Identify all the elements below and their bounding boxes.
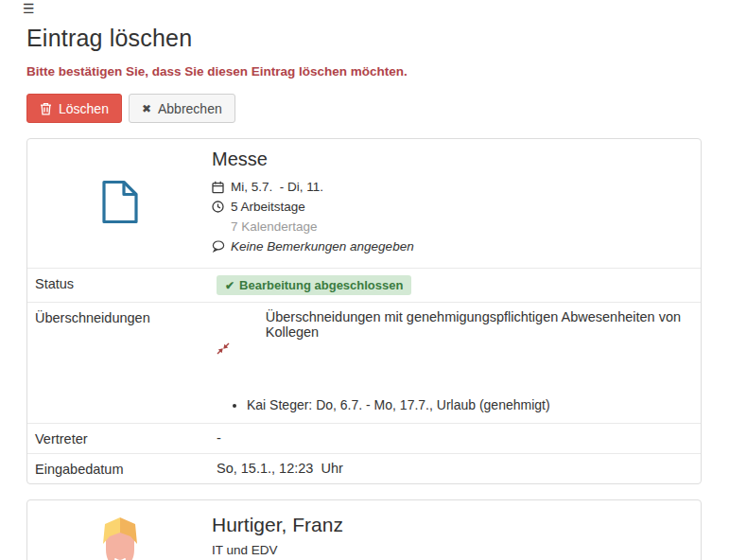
substitute-value: - [217,430,693,446]
entry-icon-column [27,147,212,256]
entry-date-line: Mi, 5.7. - Di, 11. [212,177,693,197]
delete-warning-text: Bitte bestätigen Sie, dass Sie diesen Ei… [26,64,702,79]
comment-icon [212,240,231,253]
delete-button[interactable]: Löschen [26,94,122,123]
overlaps-row: Überschneidungen Überschneidungen mit ge… [27,302,701,423]
entry-workdays: 5 Arbeitstage [231,197,305,217]
substitute-row: Vertreter - [27,423,701,453]
entry-date-label: Eingabedatum [35,461,217,477]
substitute-label: Vertreter [35,430,217,446]
person-details: Hurtiger, Franz IT und EDV franz.hurtige… [212,512,693,560]
overlaps-text: Überschneidungen mit genehmigungspflicht… [266,309,693,340]
entry-calendar-days-line: 7 Kalendertage [212,217,693,236]
overlaps-label: Überschneidungen [35,309,217,416]
entry-title: Messe [212,149,693,170]
entry-card: Messe Mi, 5.7. - Di, 11. [26,138,702,484]
status-value: ✔ Bearbeitung abgeschlossen [217,275,693,295]
entry-workdays-line: 5 Arbeitstage [212,197,693,217]
person-name: Hurtiger, Franz [212,514,693,536]
overlaps-list: Kai Steger: Do, 6.7. - Mo, 17.7., Urlaub… [217,397,693,412]
menu-icon[interactable]: ☰ [23,1,35,16]
entry-summary: Messe Mi, 5.7. - Di, 11. [212,147,693,256]
document-icon [101,180,139,224]
status-badge-label: Bearbeitung abgeschlossen [239,278,403,292]
entry-header: Messe Mi, 5.7. - Di, 11. [27,139,701,268]
collision-arrows-icon [217,312,258,385]
entry-date-range: Mi, 5.7. - Di, 11. [231,177,323,197]
avatar [85,515,155,560]
cancel-button[interactable]: ✖ Abbrechen [129,94,235,123]
status-label: Status [35,275,217,295]
status-badge: ✔ Bearbeitung abgeschlossen [217,275,411,295]
entry-calendar-days: 7 Kalendertage [231,217,318,236]
entry-remark-line: Keine Bemerkungen angegeben [212,236,693,256]
main-content: Eintrag löschen Bitte bestätigen Sie, da… [26,25,702,560]
status-row: Status ✔ Bearbeitung abgeschlossen [27,268,701,302]
entry-date-value: So, 15.1., 12:23 Uhr [217,461,693,477]
person-department: IT und EDV [212,540,693,560]
page-title: Eintrag löschen [26,25,702,52]
entry-remark: Keine Bemerkungen angegeben [231,236,414,256]
delete-button-label: Löschen [59,101,109,116]
person-card: Hurtiger, Franz IT und EDV franz.hurtige… [26,499,702,560]
cancel-button-label: Abbrechen [158,101,222,116]
calendar-icon [212,181,231,194]
entry-date-row: Eingabedatum So, 15.1., 12:23 Uhr [27,453,701,483]
person-avatar-column [27,512,212,560]
overlap-list-item: Kai Steger: Do, 6.7. - Mo, 17.7., Urlaub… [247,397,693,412]
clock-icon [212,201,231,213]
overlaps-headline: Überschneidungen mit genehmigungspflicht… [217,309,693,385]
trash-icon [40,102,52,115]
overlaps-value: Überschneidungen mit genehmigungspflicht… [217,309,693,416]
close-icon: ✖ [142,102,151,115]
check-icon: ✔ [225,279,234,292]
action-buttons: Löschen ✖ Abbrechen [26,94,702,123]
